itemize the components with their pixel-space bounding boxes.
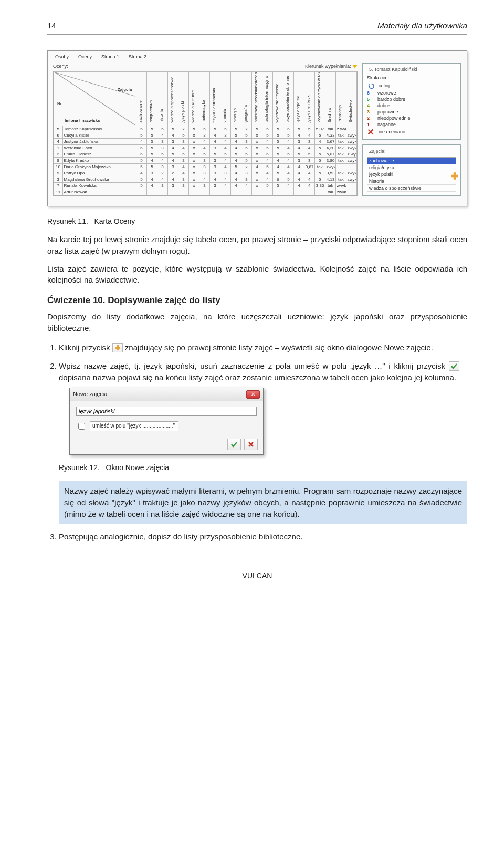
- cell-grade[interactable]: 4: [272, 164, 283, 170]
- cell-grade[interactable]: zwykłe: [346, 139, 356, 145]
- cell-grade[interactable]: 5: [293, 151, 304, 158]
- cell-grade[interactable]: 4: [262, 139, 272, 145]
- tab-strona2[interactable]: 2 Strona 2: [127, 54, 146, 59]
- cell-grade[interactable]: 5: [304, 151, 314, 158]
- cell-grade[interactable]: 3: [304, 158, 314, 164]
- cell-grade[interactable]: 4: [230, 158, 241, 164]
- cell-grade[interactable]: x: [251, 183, 262, 189]
- cell-grade[interactable]: 4: [147, 158, 158, 164]
- cell-grade[interactable]: 3: [220, 170, 230, 176]
- table-row[interactable]: 7Renata Kowalska54333x33444x554443,80tak…: [54, 183, 357, 189]
- cell-grade[interactable]: 4: [283, 139, 293, 145]
- cell-grade[interactable]: 3: [200, 158, 210, 164]
- cell-grade[interactable]: 5: [230, 126, 241, 132]
- cell-grade[interactable]: [335, 164, 346, 170]
- cell-grade[interactable]: 5: [293, 126, 304, 132]
- cell-grade[interactable]: zwykłe: [325, 164, 335, 170]
- cell-grade[interactable]: 4: [293, 176, 304, 183]
- table-row[interactable]: 8Edyta Kraśko54443x33445x4443353,80takzw…: [54, 158, 357, 164]
- cell-grade[interactable]: 4,33: [325, 132, 335, 139]
- cell-grade[interactable]: 3: [200, 183, 210, 189]
- cell-grade[interactable]: 4: [200, 176, 210, 183]
- cell-grade[interactable]: [251, 189, 262, 195]
- cell-grade[interactable]: [168, 189, 178, 195]
- column-header[interactable]: język polski: [178, 72, 189, 126]
- cell-grade[interactable]: 5: [147, 151, 158, 158]
- cell-grade[interactable]: zwykłe: [335, 189, 346, 195]
- cell-grade[interactable]: [314, 189, 325, 195]
- cell-grade[interactable]: [200, 189, 210, 195]
- column-header[interactable]: wiedza o kulturze: [189, 72, 200, 126]
- cell-grade[interactable]: 4: [293, 170, 304, 176]
- cell-grade[interactable]: 3,67: [304, 164, 314, 170]
- cell-grade[interactable]: 4: [251, 164, 262, 170]
- cell-grade[interactable]: [346, 164, 356, 170]
- cell-grade[interactable]: 4: [158, 158, 168, 164]
- cell-grade[interactable]: 5: [314, 176, 325, 183]
- cell-grade[interactable]: 4: [136, 139, 147, 145]
- cell-grade[interactable]: z wyróżnieniem: [346, 151, 356, 158]
- cell-grade[interactable]: 5: [314, 170, 325, 176]
- cell-grade[interactable]: 4: [314, 139, 325, 145]
- cell-grade[interactable]: 4: [230, 145, 241, 151]
- cell-grade[interactable]: x: [251, 132, 262, 139]
- column-header[interactable]: język angielski: [293, 72, 304, 126]
- cell-grade[interactable]: 5: [147, 132, 158, 139]
- cell-grade[interactable]: 5: [158, 126, 168, 132]
- list-item[interactable]: wiedza o społeczeństwie: [368, 185, 456, 192]
- cell-grade[interactable]: 3: [304, 139, 314, 145]
- cell-grade[interactable]: 3: [168, 139, 178, 145]
- cell-grade[interactable]: x: [189, 132, 200, 139]
- scale-row[interactable]: cofnij: [367, 81, 456, 90]
- cell-grade[interactable]: 4: [220, 183, 230, 189]
- direction-icon[interactable]: [352, 65, 358, 68]
- cell-grade[interactable]: 5: [178, 151, 189, 158]
- cell-grade[interactable]: 5,07: [325, 151, 335, 158]
- cell-grade[interactable]: [189, 189, 200, 195]
- list-item[interactable]: religia/etyka: [368, 164, 456, 171]
- column-header[interactable]: język niemiecki: [304, 72, 314, 126]
- cell-grade[interactable]: 5: [147, 145, 158, 151]
- cell-grade[interactable]: 3,80: [314, 183, 325, 189]
- cell-grade[interactable]: 4: [304, 183, 314, 189]
- cell-grade[interactable]: x: [189, 158, 200, 164]
- cell-grade[interactable]: 3: [168, 164, 178, 170]
- cell-grade[interactable]: 3: [209, 164, 220, 170]
- cell-grade[interactable]: 3: [241, 139, 251, 145]
- cell-grade[interactable]: 5: [178, 132, 189, 139]
- cell-grade[interactable]: 5: [241, 145, 251, 151]
- cell-grade[interactable]: x: [189, 183, 200, 189]
- zajecia-name-input[interactable]: [76, 407, 257, 416]
- cell-grade[interactable]: [293, 189, 304, 195]
- cell-grade[interactable]: 2: [158, 170, 168, 176]
- cell-grade[interactable]: 4: [230, 176, 241, 183]
- cell-grade[interactable]: 3: [241, 170, 251, 176]
- scale-row[interactable]: 1naganne: [367, 121, 456, 128]
- cell-grade[interactable]: [304, 189, 314, 195]
- cell-grade[interactable]: [147, 189, 158, 195]
- cell-grade[interactable]: [241, 189, 251, 195]
- cell-grade[interactable]: 5: [147, 164, 158, 170]
- cell-grade[interactable]: 3: [209, 158, 220, 164]
- table-row[interactable]: 4Justyna Jabłońska45333x44443x4543343,67…: [54, 139, 357, 145]
- cell-grade[interactable]: 3: [158, 139, 168, 145]
- cell-grade[interactable]: 4: [136, 170, 147, 176]
- cell-grade[interactable]: 2: [168, 170, 178, 176]
- cell-grade[interactable]: 5: [262, 126, 272, 132]
- cell-grade[interactable]: tak: [335, 158, 346, 164]
- cell-grade[interactable]: 4: [304, 176, 314, 183]
- cell-grade[interactable]: 5: [136, 164, 147, 170]
- cell-grade[interactable]: [283, 189, 293, 195]
- cell-grade[interactable]: 5: [251, 126, 262, 132]
- cell-grade[interactable]: 3: [158, 183, 168, 189]
- column-header[interactable]: biologia: [230, 72, 241, 126]
- cell-grade[interactable]: 4: [293, 132, 304, 139]
- cell-grade[interactable]: 6: [136, 145, 147, 151]
- cell-grade[interactable]: 4: [147, 176, 158, 183]
- column-header[interactable]: technologia informacyjna: [262, 72, 272, 126]
- dialog-close-button[interactable]: ✕: [246, 390, 260, 399]
- cell-grade[interactable]: x: [178, 126, 189, 132]
- cell-grade[interactable]: [346, 126, 356, 132]
- cell-grade[interactable]: 5: [314, 158, 325, 164]
- cell-grade[interactable]: 3: [209, 183, 220, 189]
